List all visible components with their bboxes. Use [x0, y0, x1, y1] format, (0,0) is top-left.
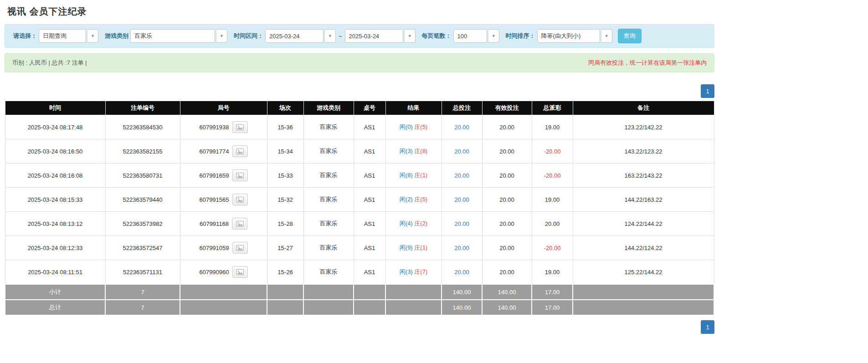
cell-total-bet[interactable]: 20.00: [442, 188, 482, 212]
cell-table-no: AS1: [354, 260, 385, 285]
subtotal-count: 7: [105, 284, 180, 300]
column-header: 时间: [5, 101, 105, 115]
empty-cell: [267, 300, 303, 315]
column-header: 桌号: [354, 101, 385, 115]
date-to-input[interactable]: [345, 29, 403, 43]
table-row: 2025-03-24 08:15:33 522363579440 6079915…: [5, 188, 714, 212]
game-type-combo: ▼: [130, 29, 227, 43]
cell-session: 15-36: [267, 115, 303, 139]
result-banker: 庄(5): [414, 123, 427, 130]
result-banker: 庄(8): [414, 148, 427, 154]
time-sort-combo: ▼: [537, 29, 612, 43]
cell-result: 闲(8) 庄(1): [385, 164, 442, 188]
empty-cell: [573, 300, 714, 315]
cell-game-type: 百家乐: [303, 188, 354, 212]
cell-result: 闲(3) 庄(7): [385, 260, 442, 285]
page-container: 视讯 会员下注纪录 请选择： ▼ 游戏类别 ▼ 时间区间： ▼ ~ ▼ 每页笔数…: [5, 0, 714, 334]
result-player: 闲(2): [400, 196, 413, 203]
chevron-down-icon[interactable]: ▼: [601, 29, 612, 43]
result-player: 闲(3): [400, 148, 413, 154]
cell-session: 15-32: [267, 188, 303, 212]
empty-cell: [180, 300, 267, 315]
round-media-button[interactable]: [232, 266, 248, 278]
search-button[interactable]: 查询: [618, 29, 642, 43]
cell-total-bet[interactable]: 20.00: [442, 164, 482, 188]
round-media-button[interactable]: [232, 194, 248, 205]
result-player: 闲(4): [400, 220, 413, 227]
subtotal-total-bet: 140.00: [442, 284, 482, 300]
table-row: 2025-03-24 08:11:51 522363571131 6079909…: [5, 260, 714, 285]
game-type-input[interactable]: [130, 29, 215, 43]
cell-round-id: 607991938: [180, 115, 267, 139]
round-id-text: 607991565: [199, 196, 229, 203]
table-row: 2025-03-24 08:16:08 522363580731 6079916…: [5, 164, 714, 188]
cell-total-bet[interactable]: 20.00: [442, 236, 482, 260]
date-to-combo: ▼: [345, 29, 416, 43]
round-media-button[interactable]: [232, 218, 247, 230]
subtotal-row: 小计 7 140.00 140.00 17.00: [5, 284, 714, 300]
date-from-combo: ▼: [265, 29, 336, 43]
page-size-combo: ▼: [453, 29, 499, 43]
currency-summary-text: 币别 : 人民币 | 总共 :7 注单 |: [12, 59, 87, 67]
result-player: 闲(8): [400, 172, 413, 179]
chevron-down-icon[interactable]: ▼: [488, 29, 499, 43]
cell-round-id: 607991059: [180, 236, 267, 260]
result-player: 闲(9): [400, 244, 413, 251]
cell-game-type: 百家乐: [303, 260, 354, 285]
cell-valid-bet: 20.00: [482, 212, 532, 236]
empty-cell: [303, 284, 354, 300]
cell-round-id: 607991168: [180, 212, 267, 236]
cell-payout: -20.00: [532, 139, 573, 164]
table-row: 2025-03-24 08:12:33 522363572547 6079910…: [5, 236, 714, 260]
table-row: 2025-03-24 08:16:50 522363582155 6079917…: [5, 139, 714, 164]
empty-cell: [385, 300, 442, 315]
column-header: 结果: [385, 101, 442, 115]
empty-cell: [573, 284, 714, 300]
page-size-input[interactable]: [453, 29, 487, 43]
cell-total-bet[interactable]: 20.00: [442, 212, 482, 236]
chevron-down-icon[interactable]: ▼: [324, 29, 336, 43]
round-media-button[interactable]: [232, 121, 248, 133]
page-number-button[interactable]: 1: [701, 320, 714, 334]
cell-bet-id: 522363572547: [105, 236, 180, 260]
result-banker: 庄(7): [414, 268, 427, 275]
date-from-input[interactable]: [265, 29, 324, 43]
cell-total-bet[interactable]: 20.00: [442, 139, 482, 164]
game-type-label: 游戏类别: [105, 32, 128, 40]
round-media-button[interactable]: [232, 145, 248, 157]
cell-table-no: AS1: [354, 139, 385, 164]
time-sort-input[interactable]: [537, 29, 600, 43]
result-player: 闲(0): [400, 123, 413, 130]
cell-bet-id: 522363571131: [105, 260, 180, 285]
round-media-button[interactable]: [232, 169, 248, 181]
cell-bet-id: 522363573982: [105, 212, 180, 236]
column-header: 有效投注: [482, 101, 532, 115]
table-row: 2025-03-24 08:13:12 522363573982 6079911…: [5, 212, 714, 236]
column-header: 场次: [267, 101, 303, 115]
time-sort-label: 时间排序：: [506, 32, 535, 40]
cell-total-bet[interactable]: 20.00: [442, 260, 482, 285]
chevron-down-icon[interactable]: ▼: [216, 29, 227, 43]
round-id-text: 607991938: [199, 124, 229, 131]
cell-payout: -20.00: [532, 164, 573, 188]
cell-total-bet[interactable]: 20.00: [442, 115, 482, 139]
cell-game-type: 百家乐: [303, 236, 354, 260]
empty-cell: [303, 300, 354, 315]
cell-time: 2025-03-24 08:11:51: [5, 260, 105, 285]
round-media-button[interactable]: [232, 242, 248, 254]
grand-total-label: 总计: [5, 300, 105, 315]
round-id-text: 607991659: [199, 172, 229, 179]
select-type-input[interactable]: [39, 29, 86, 43]
chevron-down-icon[interactable]: ▼: [87, 29, 98, 43]
chevron-down-icon[interactable]: ▼: [404, 29, 416, 43]
cell-round-id: 607991774: [180, 139, 267, 164]
cell-bet-id: 522363579440: [105, 188, 180, 212]
cell-payout: -20.00: [532, 236, 573, 260]
column-header: 备注: [573, 101, 714, 115]
cell-remark: 143.22/123.22: [573, 139, 714, 164]
subtotal-valid-bet: 140.00: [482, 284, 532, 300]
cell-game-type: 百家乐: [303, 139, 354, 164]
empty-cell: [354, 300, 385, 315]
page-number-button[interactable]: 1: [701, 84, 714, 98]
cell-round-id: 607990960: [180, 260, 267, 285]
